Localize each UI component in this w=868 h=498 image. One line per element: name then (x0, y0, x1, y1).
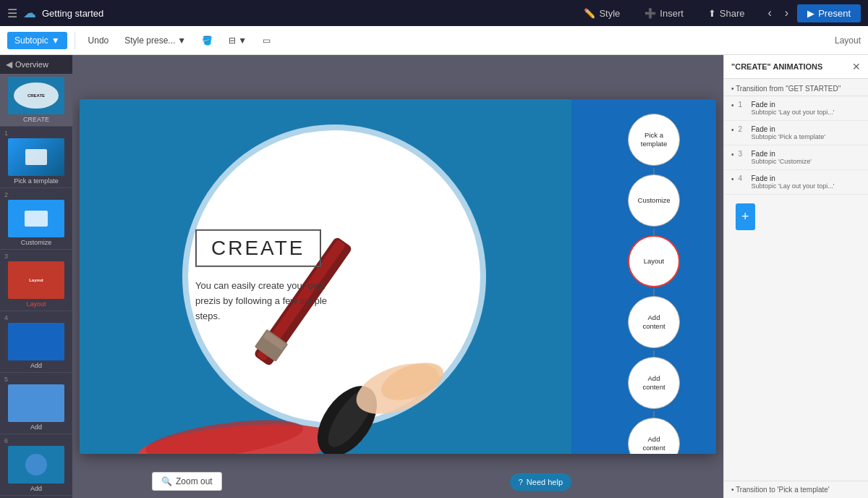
step-circle-6[interactable]: Addcontent (628, 418, 680, 454)
hamburger-icon[interactable]: ☰ (7, 7, 17, 20)
anim-bullet-4: • (731, 175, 734, 183)
slide-number-6: 6 (4, 437, 8, 444)
step-circle-2-label: Customize (637, 195, 672, 206)
anim-content-2: Fade in Subtopic 'Pick a template' (752, 125, 861, 140)
play-icon: ▶ (807, 8, 814, 19)
slide-thumb-4 (8, 323, 64, 360)
step-circle-5[interactable]: Addcontent (628, 357, 680, 409)
slide-label-1: Pick a template (14, 177, 59, 185)
border-chevron: ▼ (238, 35, 247, 46)
border-button[interactable]: ⊟ ▼ (223, 33, 252, 48)
layout-label: Layout (835, 35, 861, 46)
step-circle-4[interactable]: Addcontent (628, 296, 680, 348)
anim-content-1: Fade in Subtopic 'Lay out your topi...' (752, 101, 861, 116)
animation-item-1: • 1 Fade in Subtopic 'Lay out your topi.… (724, 96, 868, 121)
toolbar: Subtopic ▼ Undo Style prese... ▼ 🪣 ⊟ ▼ ▭… (0, 26, 868, 55)
share-button[interactable]: ⬆ Share (697, 5, 757, 22)
help-icon: ? (519, 478, 523, 486)
layout-view-button[interactable]: ▭ (257, 33, 276, 48)
anim-type-2: Fade in (752, 125, 861, 133)
step-circle-1[interactable]: Pick atemplate (628, 114, 680, 166)
slide-number-5: 5 (4, 376, 8, 383)
fill-button[interactable]: 🪣 (196, 33, 218, 48)
slide-title-box: CREATE (195, 229, 321, 267)
circles-container: Pick atemplate Customize Layout Addconte… (628, 114, 680, 454)
slide-label-3: Layout (26, 300, 46, 308)
slide-thumb-2 (8, 200, 64, 237)
slide-item-1[interactable]: 1 Pick a template (0, 127, 72, 188)
slide-number-3: 3 (4, 253, 8, 260)
undo-label: Undo (88, 35, 109, 46)
sidebar-collapse-icon[interactable]: ◀ (6, 59, 12, 69)
style-button[interactable]: ✏️ Style (572, 5, 631, 22)
slide-number-2: 2 (4, 191, 8, 198)
slide-item-3[interactable]: 3 Layout Layout (0, 250, 72, 311)
step-circle-6-label: Addcontent (641, 434, 666, 454)
slide-label-create: CREATE (23, 116, 49, 123)
toolbar-divider-1 (75, 32, 75, 49)
sidebar-header: ◀ Overview (0, 55, 72, 74)
zoom-icon: 🔍 (161, 476, 172, 486)
undo-button[interactable]: Undo (82, 33, 115, 48)
insert-icon: ➕ (644, 8, 656, 19)
subtopic-button[interactable]: Subtopic ▼ (7, 32, 67, 49)
step-circle-3-label: Layout (642, 256, 666, 267)
main-content: ◀ Overview CREATE CREATE 1 (0, 55, 868, 498)
nav-back-button[interactable]: ‹ (764, 5, 776, 21)
transition-bullet: • (731, 85, 734, 93)
slide-label-6: Add (30, 485, 42, 492)
share-icon: ⬆ (708, 8, 716, 19)
slide-number-4: 4 (4, 314, 8, 321)
anim-number-2: 2 (739, 125, 747, 133)
right-panel-close-button[interactable]: ✕ (852, 61, 861, 72)
anim-sub-3: Subtopic 'Customize' (752, 158, 861, 165)
animation-item-4: • 4 Fade in Subtopic 'Lay out your topi.… (724, 170, 868, 195)
anim-bullet-3: • (731, 151, 734, 159)
nav-forward-button[interactable]: › (780, 5, 793, 21)
anim-number-4: 4 (739, 174, 747, 182)
animation-item-2: • 2 Fade in Subtopic 'Pick a template' (724, 121, 868, 145)
slide-canvas: CREATE You can easily create your own pr… (80, 99, 716, 454)
slide-item-5[interactable]: 5 Add (0, 373, 72, 434)
anim-bullet-2: • (731, 126, 734, 134)
anim-content-3: Fade in Subtopic 'Customize' (752, 150, 861, 165)
step-circle-4-label: Addcontent (641, 312, 666, 333)
chevron-down-icon: ▼ (51, 35, 60, 46)
anim-type-3: Fade in (752, 150, 861, 158)
insert-button[interactable]: ➕ Insert (633, 5, 695, 22)
zoom-out-button[interactable]: 🔍 Zoom out (152, 472, 222, 491)
present-button[interactable]: ▶ Present (797, 4, 861, 22)
step-circle-3[interactable]: Layout (628, 235, 680, 287)
slide-subtitle: You can easily create your own prezis by… (195, 279, 340, 324)
anim-sub-2: Subtopic 'Pick a template' (752, 133, 861, 140)
anim-type-4: Fade in (752, 174, 861, 182)
step-circle-5-label: Addcontent (641, 373, 666, 394)
anim-bullet-1: • (731, 101, 734, 109)
top-bar-right: ‹ › ▶ Present (764, 4, 861, 22)
anim-type-1: Fade in (752, 101, 861, 109)
slide-thumb-1 (8, 138, 64, 176)
sidebar: ◀ Overview CREATE CREATE 1 (0, 55, 72, 498)
slide-text-content: CREATE You can easily create your own pr… (195, 229, 340, 324)
slide-label-4: Add (30, 362, 42, 369)
animation-list: • 1 Fade in Subtopic 'Lay out your topi.… (724, 96, 868, 481)
slide-thumb-5 (8, 384, 64, 422)
add-animation-button[interactable]: + (736, 203, 755, 230)
step-circle-2[interactable]: Customize (628, 174, 680, 227)
right-panel-header: "CREATE" ANIMATIONS ✕ (724, 55, 868, 79)
slide-label-5: Add (30, 423, 42, 431)
need-help-button[interactable]: ? Need help (510, 473, 571, 491)
slide-item-4[interactable]: 4 Add (0, 311, 72, 373)
top-bar-left: ☰ ☁ Getting started (7, 5, 565, 21)
slide-item-6[interactable]: 6 Add (0, 434, 72, 496)
animation-item-3: • 3 Fade in Subtopic 'Customize' (724, 145, 868, 170)
sidebar-header-label: Overview (15, 60, 48, 69)
slide-title: CREATE (211, 237, 305, 259)
slide-label-2: Customize (21, 239, 52, 246)
slide-item-create[interactable]: CREATE CREATE (0, 74, 72, 127)
slide-number-1: 1 (4, 130, 8, 137)
top-bar-center: ✏️ Style ➕ Insert ⬆ Share (572, 5, 756, 22)
style-preset-button[interactable]: Style prese... ▼ (119, 33, 192, 48)
slide-item-2[interactable]: 2 Customize (0, 188, 72, 250)
slide-thumb-6 (8, 446, 64, 484)
